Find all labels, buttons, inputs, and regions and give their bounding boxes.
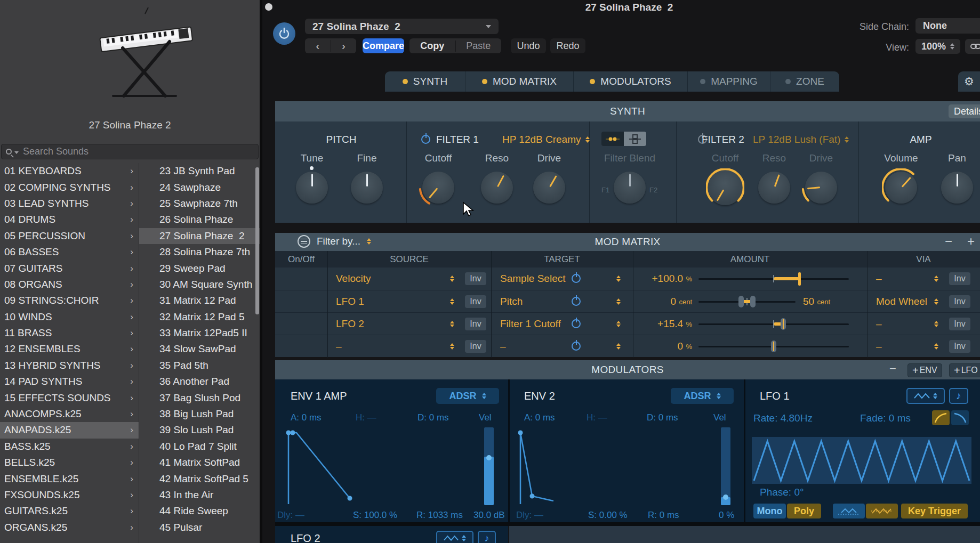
mod-matrix-add-row-button[interactable]: +	[967, 234, 975, 249]
lfo1-waveform-dropdown[interactable]	[906, 388, 945, 404]
source-invert-button[interactable]: Inv	[465, 340, 486, 353]
sidebar-category-item[interactable]: 04 DRUMS›	[0, 212, 139, 228]
amp-volume-knob[interactable]	[885, 172, 917, 204]
sidebar-category-item[interactable]: 12 ENSEMBLES›	[0, 341, 139, 357]
sidebar-preset-item[interactable]: 29 Sweep Pad	[139, 260, 260, 276]
sidebar-category-item[interactable]: ENSEMBLE.k25›	[0, 471, 139, 487]
via-value[interactable]: Mod Wheel	[876, 290, 927, 313]
env1-velocity-slider[interactable]	[484, 427, 494, 505]
env2-delay[interactable]: Dly: —	[516, 510, 543, 521]
lfo1-rate[interactable]: Rate: 4.80Hz	[753, 412, 813, 424]
lfo2-waveform-dropdown[interactable]	[436, 531, 473, 543]
via-arrows-icon[interactable]	[934, 313, 938, 335]
details-button[interactable]: Details	[949, 104, 980, 118]
sidebar-preset-item[interactable]: 31 Matrix 12 Pad	[139, 293, 260, 309]
sidebar-preset-item[interactable]: 35 Pad 5th	[139, 358, 260, 374]
sidebar-preset-item[interactable]: 27 Solina Phaze 2	[139, 228, 260, 244]
via-invert-button[interactable]: Inv	[949, 272, 970, 285]
source-value[interactable]: –	[336, 335, 342, 358]
sidebar-preset-item[interactable]: 33 Matrix 12Pad5 II	[139, 325, 260, 341]
source-arrows-icon[interactable]	[450, 313, 454, 335]
lfo1-key-trigger-button[interactable]: Key Trigger	[901, 504, 968, 518]
source-invert-button[interactable]: Inv	[465, 295, 486, 308]
tab-mod-matrix[interactable]: MOD MATRIX	[465, 71, 573, 92]
via-value[interactable]: –	[876, 335, 882, 358]
env2-attack[interactable]: A: 0 ms	[524, 412, 555, 423]
plugin-power-button[interactable]	[273, 22, 295, 45]
env2-mode-dropdown[interactable]: ADSR	[671, 388, 734, 404]
sidebar-preset-item[interactable]: 40 Lo Pad 7 Split	[139, 439, 260, 455]
sidebar-preset-item[interactable]: 44 Ride Sweep	[139, 503, 260, 519]
filter1-cutoff-knob[interactable]	[422, 172, 454, 204]
via-invert-button[interactable]: Inv	[949, 318, 970, 330]
sidebar-preset-item[interactable]: 41 Matrix SoftPad	[139, 455, 260, 471]
settings-gear-button[interactable]: ⚙	[958, 71, 980, 92]
via-arrows-icon[interactable]	[934, 268, 938, 290]
lfo1-poly-button[interactable]: Poly	[787, 504, 821, 518]
lfo1-unipolar-button[interactable]	[833, 504, 865, 518]
env2-display[interactable]	[516, 425, 697, 506]
via-amount-value[interactable]: 50 cent	[803, 290, 830, 313]
source-arrows-icon[interactable]	[450, 268, 454, 290]
search-sounds-field[interactable]	[1, 144, 259, 159]
filter2-type-dropdown[interactable]: LP 12dB Lush (Fat)	[753, 134, 849, 145]
sidebar-preset-item[interactable]: 43 In the Air	[139, 487, 260, 503]
filter-blend-knob[interactable]	[614, 172, 646, 204]
amount-value[interactable]: +15.4 %	[600, 313, 692, 335]
env1-delay[interactable]: Dly: —	[277, 510, 304, 521]
add-lfo-button[interactable]: +LFO	[949, 363, 980, 377]
env2-sustain[interactable]: S: 0.00 %	[588, 510, 628, 521]
lfo1-fade-in-button[interactable]	[932, 410, 950, 425]
sidebar-preset-item[interactable]: 28 Solina Phaze 7th	[139, 244, 260, 260]
redo-button[interactable]: Redo	[550, 38, 585, 53]
sidebar-category-item[interactable]: BASS.k25›	[0, 439, 139, 455]
lfo1-mono-button[interactable]: Mono	[753, 504, 786, 518]
env2-velocity-handle[interactable]	[723, 495, 728, 500]
sidebar-category-item[interactable]: GUITARS.k25›	[0, 503, 139, 519]
env1-sustain[interactable]: S: 100.0 %	[353, 510, 397, 521]
lfo1-phase[interactable]: Phase: 0°	[760, 487, 804, 498]
modulators-remove-button[interactable]: −	[889, 362, 896, 376]
lfo2-sync-button[interactable]: ♪	[478, 531, 496, 543]
sidebar-preset-item[interactable]: 42 Matrix SoftPad 5	[139, 471, 260, 487]
sidebar-preset-item[interactable]: 36 Another Pad	[139, 374, 260, 390]
sidebar-preset-item[interactable]: 45 Pulsar	[139, 520, 260, 536]
amount-value[interactable]: 0 %	[600, 335, 692, 358]
sidebar-category-item[interactable]: 11 BRASS›	[0, 325, 139, 341]
sidebar-preset-item[interactable]: 32 Matrix 12 Pad 5	[139, 309, 260, 325]
filter-menu-icon[interactable]	[298, 235, 310, 248]
slider-handle[interactable]	[781, 318, 786, 330]
tab-mapping[interactable]: MAPPING	[687, 71, 770, 92]
sidebar-preset-item[interactable]: 34 Slow SawPad	[139, 341, 260, 357]
env2-hold[interactable]: H: —	[587, 412, 607, 423]
compare-button[interactable]: Compare	[363, 38, 404, 53]
sidebar-category-item[interactable]: 05 PERCUSSION›	[0, 228, 139, 244]
sidebar-category-item[interactable]: 08 ORGANS›	[0, 277, 139, 293]
row-power-button[interactable]	[572, 274, 581, 283]
via-arrows-icon[interactable]	[934, 335, 938, 358]
undo-button[interactable]: Undo	[511, 38, 546, 53]
row-power-button[interactable]	[572, 342, 581, 351]
env2-decay[interactable]: D: 0 ms	[647, 412, 678, 423]
source-invert-button[interactable]: Inv	[465, 272, 486, 285]
window-close-button[interactable]	[265, 3, 272, 11]
target-value[interactable]: Filter 1 Cutoff	[500, 313, 561, 335]
tune-knob[interactable]	[296, 172, 328, 204]
sidebar-category-item[interactable]: FXSOUNDS.k25›	[0, 487, 139, 503]
side-chain-dropdown[interactable]: None	[915, 18, 980, 34]
sidebar-category-item[interactable]: BELLS.k25›	[0, 455, 139, 471]
lfo1-sync-button[interactable]: ♪	[949, 388, 968, 404]
tab-synth[interactable]: SYNTH	[385, 71, 465, 92]
search-scope-chevron-icon[interactable]	[14, 151, 19, 154]
list-scrollbar[interactable]	[255, 167, 259, 314]
sidebar-preset-item[interactable]: 23 JB Synth Pad	[139, 163, 260, 179]
sidebar-category-item[interactable]: 01 KEYBOARDS›	[0, 163, 139, 179]
sidebar-preset-item[interactable]: 26 Solina Phaze	[139, 212, 260, 228]
filter1-drive-knob[interactable]	[533, 172, 565, 204]
fine-knob[interactable]	[351, 172, 383, 204]
filter-parallel-button[interactable]	[624, 132, 646, 146]
target-value[interactable]: Sample Select	[500, 268, 566, 290]
sidebar-preset-item[interactable]: 37 Bag Slush Pod	[139, 390, 260, 406]
sidebar-preset-item[interactable]: 30 AM Square Synth	[139, 277, 260, 293]
env1-vel-amount[interactable]: 30.0 dB	[473, 510, 505, 521]
